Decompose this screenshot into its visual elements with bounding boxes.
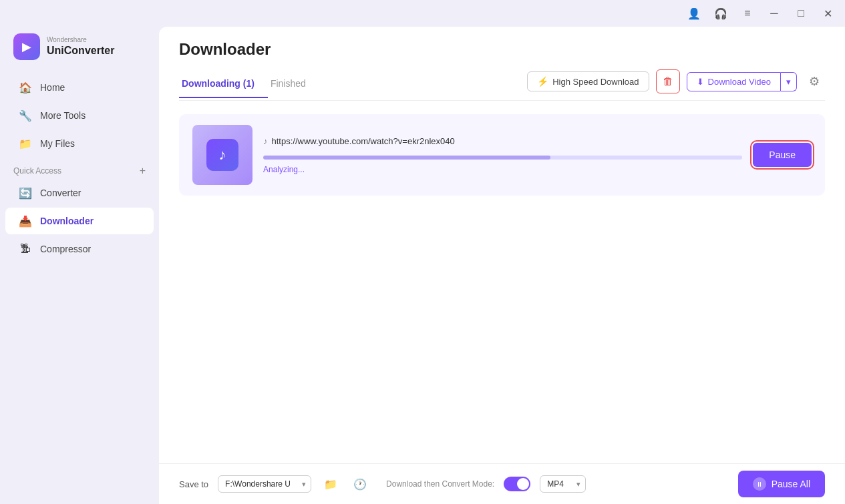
save-path-select[interactable]: F:\Wondershare U xyxy=(218,475,311,493)
download-video-button[interactable]: ⬇ Download Video xyxy=(687,72,781,91)
sidebar-item-compressor[interactable]: 🗜 Compressor xyxy=(5,236,154,262)
sidebar-item-label: Compressor xyxy=(40,244,91,254)
quick-access-section: Quick Access + xyxy=(0,158,159,179)
download-video-chevron-button[interactable]: ▾ xyxy=(781,72,797,91)
sidebar-item-label: Converter xyxy=(40,188,81,198)
footer: Save to F:\Wondershare U 📁 🕐 Download th… xyxy=(159,463,845,504)
save-to-label: Save to xyxy=(179,479,208,489)
more-tools-icon: 🔧 xyxy=(19,109,32,122)
save-path-wrapper: F:\Wondershare U xyxy=(218,475,311,493)
profile-icon[interactable]: 👤 xyxy=(683,3,705,24)
sidebar-item-label: More Tools xyxy=(40,110,86,121)
pause-all-icon: ⏸ xyxy=(753,477,766,491)
format-select[interactable]: MP4 MP3 MKV AVI xyxy=(540,475,586,493)
page-title: Downloader xyxy=(179,40,825,59)
titlebar: 👤 🎧 ≡ ─ □ ✕ xyxy=(0,0,845,27)
progress-bar-fill xyxy=(263,156,550,160)
app-body: ▶ Wondershare UniConverter 🏠 Home 🔧 More… xyxy=(0,27,845,504)
trash-icon: 🗑 xyxy=(663,75,673,87)
quick-access-add-button[interactable]: + xyxy=(140,166,146,176)
support-icon[interactable]: 🎧 xyxy=(710,3,731,24)
download-list: ♪ ♪ https://www.youtube.com/watch?v=ekr2… xyxy=(159,101,845,463)
tab-finished[interactable]: Finished xyxy=(268,73,319,98)
sidebar-item-more-tools[interactable]: 🔧 More Tools xyxy=(5,102,154,129)
compressor-icon: 🗜 xyxy=(19,242,32,256)
item-thumbnail: ♪ xyxy=(192,125,252,185)
item-url: ♪ https://www.youtube.com/watch?v=ekr2nl… xyxy=(263,136,742,146)
settings-button[interactable]: ⚙ xyxy=(804,71,825,92)
content-header: Downloader Downloading (1) Finished ⚡ Hi… xyxy=(159,27,845,101)
quick-access-label: Quick Access xyxy=(13,166,61,176)
high-speed-download-button[interactable]: ⚡ High Speed Download xyxy=(527,71,649,91)
format-select-wrapper: MP4 MP3 MKV AVI xyxy=(540,475,586,493)
folder-icon: 📁 xyxy=(324,478,337,491)
sidebar-item-label: Downloader xyxy=(40,216,94,226)
folder-button[interactable]: 📁 xyxy=(321,474,341,494)
download-icon: ⬇ xyxy=(697,77,704,87)
tab-downloading[interactable]: Downloading (1) xyxy=(179,73,268,98)
convert-mode-toggle[interactable] xyxy=(504,477,530,491)
my-files-icon: 📁 xyxy=(19,137,32,150)
download-video-btn-group: ⬇ Download Video ▾ xyxy=(687,72,797,91)
pause-all-button[interactable]: ⏸ Pause All xyxy=(738,471,825,497)
pause-button[interactable]: Pause xyxy=(753,143,812,167)
progress-bar-bg xyxy=(263,156,742,160)
sidebar-item-my-files[interactable]: 📁 My Files xyxy=(5,130,154,157)
sidebar-item-home[interactable]: 🏠 Home xyxy=(5,74,154,101)
sidebar-item-downloader[interactable]: 📥 Downloader xyxy=(5,208,154,234)
menu-icon[interactable]: ≡ xyxy=(737,3,758,24)
maximize-button[interactable]: □ xyxy=(790,3,812,24)
lightning-icon: ⚡ xyxy=(537,76,548,87)
app-logo-icon: ▶ xyxy=(13,33,40,60)
main-content: Downloader Downloading (1) Finished ⚡ Hi… xyxy=(159,27,845,504)
music-note-icon: ♪ xyxy=(263,136,268,146)
minimize-button[interactable]: ─ xyxy=(764,3,785,24)
logo-area: ▶ Wondershare UniConverter xyxy=(0,27,159,73)
table-row: ♪ ♪ https://www.youtube.com/watch?v=ekr2… xyxy=(179,114,825,196)
convert-mode-label: Download then Convert Mode: xyxy=(386,479,494,489)
music-thumb-icon: ♪ xyxy=(206,139,238,171)
tabs-toolbar: Downloading (1) Finished ⚡ High Speed Do… xyxy=(179,69,825,101)
sidebar-item-label: My Files xyxy=(40,138,75,149)
downloader-icon: 📥 xyxy=(19,214,32,228)
status-text: Analyzing... xyxy=(263,165,742,174)
delete-button[interactable]: 🗑 xyxy=(656,69,680,93)
brand-name: Wondershare xyxy=(47,36,114,44)
item-info: ♪ https://www.youtube.com/watch?v=ekr2nl… xyxy=(263,136,742,174)
clock-icon: 🕐 xyxy=(353,478,367,491)
sidebar-item-converter[interactable]: 🔄 Converter xyxy=(5,180,154,206)
close-button[interactable]: ✕ xyxy=(817,3,838,24)
toolbar-right: ⚡ High Speed Download 🗑 ⬇ Download Video… xyxy=(527,69,825,100)
sidebar-item-label: Home xyxy=(40,82,65,93)
chevron-down-icon: ▾ xyxy=(786,77,791,87)
history-button[interactable]: 🕐 xyxy=(350,474,370,494)
logo-text: Wondershare UniConverter xyxy=(47,36,114,57)
app-name: UniConverter xyxy=(47,44,114,57)
converter-icon: 🔄 xyxy=(19,186,32,200)
sidebar: ▶ Wondershare UniConverter 🏠 Home 🔧 More… xyxy=(0,27,159,504)
home-icon: 🏠 xyxy=(19,81,32,94)
